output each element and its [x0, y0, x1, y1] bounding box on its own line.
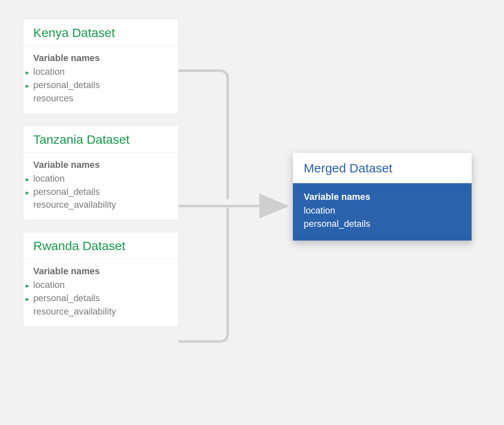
source-dataset-card: Tanzania Dataset Variable names location…: [23, 125, 179, 221]
variable-item: resource_availability: [33, 305, 168, 318]
variable-name: resource_availability: [33, 306, 116, 317]
variable-item: resources: [33, 92, 168, 105]
card-title: Merged Dataset: [304, 161, 461, 175]
variable-item: location: [33, 172, 168, 185]
card-body: Variable names location personal_details…: [23, 259, 178, 327]
variable-name: personal_details: [304, 219, 370, 229]
source-dataset-card: Rwanda Dataset Variable names location p…: [23, 232, 179, 327]
card-title: Rwanda Dataset: [33, 239, 168, 253]
variable-name: personal_details: [33, 293, 100, 303]
card-body: Variable names location personal_details…: [23, 46, 178, 113]
variable-item: resource_availability: [33, 198, 168, 211]
card-title: Tanzania Dataset: [33, 133, 168, 147]
card-header: Merged Dataset: [293, 153, 472, 183]
card-body: Variable names location personal_details…: [23, 153, 178, 220]
variable-item: location: [33, 278, 168, 292]
source-datasets-column: Kenya Dataset Variable names location pe…: [23, 19, 179, 327]
variable-name: personal_details: [33, 80, 100, 90]
card-header: Tanzania Dataset: [23, 126, 178, 153]
card-header: Kenya Dataset: [23, 19, 178, 46]
variable-name: location: [304, 205, 335, 216]
card-body: Variable names location personal_details: [293, 183, 472, 241]
variables-heading: Variable names: [304, 192, 461, 202]
variable-item: personal_details: [33, 292, 168, 305]
variable-name: resource_availability: [33, 199, 116, 210]
variables-heading: Variable names: [33, 160, 168, 170]
card-title: Kenya Dataset: [33, 26, 168, 40]
variable-item: personal_details: [33, 185, 168, 199]
variable-name: location: [33, 66, 65, 77]
source-dataset-card: Kenya Dataset Variable names location pe…: [23, 19, 179, 114]
merged-dataset-card: Merged Dataset Variable names location p…: [293, 153, 472, 241]
variable-item: location: [304, 204, 461, 217]
variable-name: personal_details: [33, 187, 100, 197]
variable-name: resources: [33, 93, 74, 103]
variables-heading: Variable names: [33, 53, 168, 64]
variables-heading: Variable names: [33, 266, 168, 277]
variable-item: personal_details: [304, 217, 461, 231]
variable-name: location: [33, 173, 65, 184]
variable-name: location: [33, 280, 65, 290]
card-header: Rwanda Dataset: [23, 232, 178, 259]
variable-item: personal_details: [33, 79, 168, 92]
variable-item: location: [33, 65, 168, 79]
